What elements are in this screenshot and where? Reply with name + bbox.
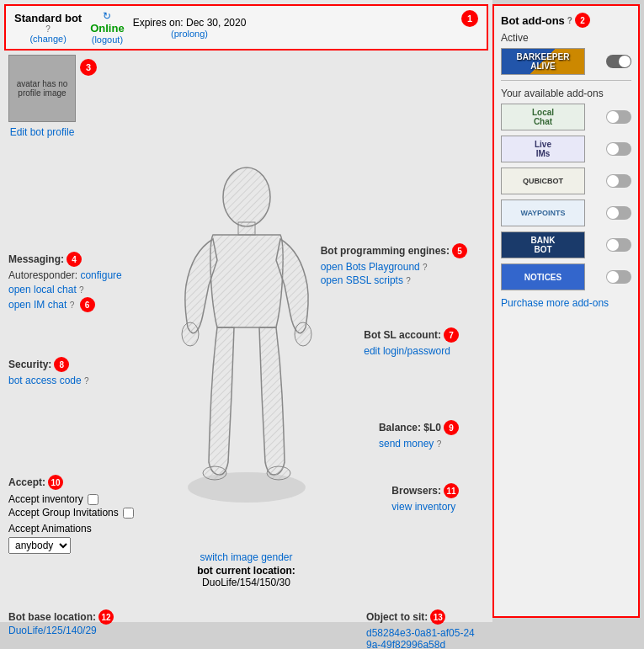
bot-base-location-link[interactable]: DuoLife/125/140/29 xyxy=(8,625,97,636)
badge-10: 10 xyxy=(48,475,63,490)
bots-playground-row: open Bots Playground ? xyxy=(321,261,467,273)
addon-qubicbot-item: QUBICBOT xyxy=(501,168,631,194)
accept-animations-dropdown-row: anybody friends nobody xyxy=(8,537,136,554)
object-sit-value[interactable]: d58284e3-0a81-af05-249a-49f82996a58d xyxy=(366,627,475,649)
switch-image-link[interactable]: switch image gender xyxy=(200,551,292,563)
svg-point-5 xyxy=(295,322,311,346)
addon-barkeeper-label: BARKEEPERALIVE xyxy=(515,51,572,72)
view-inventory-link[interactable]: view inventory xyxy=(391,501,455,513)
help-icon: ? xyxy=(45,24,51,34)
addon-localchat-knob xyxy=(607,111,619,123)
addon-qubicbot-label: QUBICBOT xyxy=(523,177,563,185)
available-label: Your available add-ons xyxy=(501,88,631,99)
messaging-title-row: Messaging: 4 xyxy=(8,252,122,267)
addon-localchat-img: LocalChat xyxy=(501,104,585,130)
change-link[interactable]: (change) xyxy=(29,34,66,44)
object-sit-section: Object to sit: 13 d58284e3-0a81-af05-249… xyxy=(366,609,476,649)
addon-barkeeper-knob xyxy=(619,56,631,67)
svg-point-6 xyxy=(203,466,226,480)
refresh-icon: ↻ xyxy=(103,10,111,22)
bots-playground-link[interactable]: open Bots Playground xyxy=(321,261,420,273)
addon-localchat-label: LocalChat xyxy=(532,108,554,126)
addon-waypoints-toggle[interactable] xyxy=(606,206,631,220)
bot-base-title-row: Bot base location: 12 xyxy=(8,609,114,625)
accept-group-checkbox[interactable] xyxy=(123,508,134,519)
accept-section: Accept: 10 Accept inventory Accept Group… xyxy=(8,475,136,554)
balance-help-icon: ? xyxy=(437,439,442,449)
sbsl-help-icon: ? xyxy=(406,276,411,285)
bot-figure xyxy=(162,159,331,515)
addon-barkeeper-item: BARKEEPERALIVE xyxy=(501,48,631,75)
purchase-more-link[interactable]: Purchase more add-ons xyxy=(501,297,631,309)
configure-link[interactable]: configure xyxy=(80,269,121,281)
balance-title: Balance: $L0 xyxy=(379,422,441,434)
addon-notices-toggle[interactable] xyxy=(606,270,631,284)
addon-qubicbot-img: QUBICBOT xyxy=(501,168,585,194)
addon-localchat-toggle[interactable] xyxy=(606,110,631,124)
send-money-link[interactable]: send money xyxy=(379,438,434,450)
autoresponder-label: Autoresponder: xyxy=(8,269,77,281)
engines-title: Bot programming engines: xyxy=(321,245,450,257)
object-sit-value-row: d58284e3-0a81-af05-249a-49f82996a58d xyxy=(366,627,476,649)
addon-liveim-toggle[interactable] xyxy=(606,142,631,156)
badge-12: 12 xyxy=(98,609,114,625)
addon-qubicbot-toggle[interactable] xyxy=(606,174,631,188)
accept-inventory-checkbox[interactable] xyxy=(88,494,98,505)
security-help-icon: ? xyxy=(84,376,89,386)
current-location-section: bot current location: DuoLife/154/150/30 xyxy=(197,565,295,588)
right-panel-title-row: Bot add-ons ? 2 xyxy=(501,13,631,28)
prolong-link[interactable]: (prolong) xyxy=(171,29,208,39)
accept-group-label: Accept Group Invitations xyxy=(8,507,119,519)
top-bar: Standard bot ? (change) ↻ Online (logout… xyxy=(4,4,488,51)
edit-login-link[interactable]: edit login/password xyxy=(364,345,450,357)
current-location-title: bot current location: xyxy=(197,565,295,577)
accept-animations-select[interactable]: anybody friends nobody xyxy=(8,537,71,554)
addon-notices-label: NOTICES xyxy=(524,273,562,282)
addon-liveim-img: LiveIMs xyxy=(501,136,585,162)
addon-bankbot-item: BANKBOT xyxy=(501,231,631,258)
accept-inventory-row: Accept inventory xyxy=(8,493,136,505)
bot-addons-title: Bot add-ons xyxy=(501,14,565,27)
accept-group-row: Accept Group Invitations xyxy=(8,507,136,519)
addon-liveim-label: LiveIMs xyxy=(535,140,551,158)
addon-bankbot-toggle[interactable] xyxy=(606,238,631,252)
addon-notices-knob xyxy=(607,271,619,283)
sbsl-scripts-link[interactable]: open SBSL scripts xyxy=(321,274,403,286)
badge-9: 9 xyxy=(444,420,459,435)
engines-section: Bot programming engines: 5 open Bots Pla… xyxy=(321,243,467,286)
addon-bankbot-label: BANKBOT xyxy=(531,236,556,254)
logout-link[interactable]: (logout) xyxy=(92,35,123,45)
local-chat-help-icon: ? xyxy=(79,285,84,295)
sbsl-scripts-row: open SBSL scripts ? xyxy=(321,274,467,286)
badge-4: 4 xyxy=(67,252,82,267)
addon-localchat-item: LocalChat xyxy=(501,104,631,130)
badge-6: 6 xyxy=(80,297,95,312)
addon-barkeeper-toggle[interactable] xyxy=(606,55,631,68)
right-panel: Bot add-ons ? 2 Active BARKEEPERALIVE Yo… xyxy=(492,4,640,618)
open-local-chat-link[interactable]: open local chat xyxy=(8,284,77,295)
bot-access-code-link[interactable]: bot access code xyxy=(8,375,82,386)
local-chat-row: open local chat ? xyxy=(8,284,122,295)
figure-area: Messaging: 4 Autoresponder: configure op… xyxy=(0,142,492,580)
addon-bankbot-knob xyxy=(607,239,619,251)
open-im-chat-link[interactable]: open IM chat xyxy=(8,299,67,311)
accept-title: Accept: xyxy=(8,476,45,488)
bot-name: Standard bot xyxy=(14,12,82,24)
addon-qubicbot-knob xyxy=(607,175,619,187)
engines-help-icon: ? xyxy=(423,263,428,272)
browsers-title-row: Browsers: 11 xyxy=(391,483,459,498)
edit-login-row: edit login/password xyxy=(364,345,459,357)
status-section: ↻ Online (logout) xyxy=(90,10,124,45)
view-inventory-row: view inventory xyxy=(391,501,459,513)
messaging-section: Messaging: 4 Autoresponder: configure op… xyxy=(8,252,122,312)
badge-5: 5 xyxy=(452,243,467,258)
edit-bot-profile-link[interactable]: Edit bot profile xyxy=(10,126,75,138)
accept-animations-row: Accept Animations xyxy=(8,523,136,535)
avatar-placeholder-text: avatar has no profile image xyxy=(9,79,75,98)
send-money-row: send money ? xyxy=(379,438,459,450)
badge-8: 8 xyxy=(54,357,69,372)
engines-title-row: Bot programming engines: 5 xyxy=(321,243,467,258)
addon-barkeeper-img: BARKEEPERALIVE xyxy=(501,48,585,75)
bot-base-section: Bot base location: 12 DuoLife/125/140/29 xyxy=(8,609,114,636)
balance-section: Balance: $L0 9 send money ? xyxy=(379,420,459,450)
